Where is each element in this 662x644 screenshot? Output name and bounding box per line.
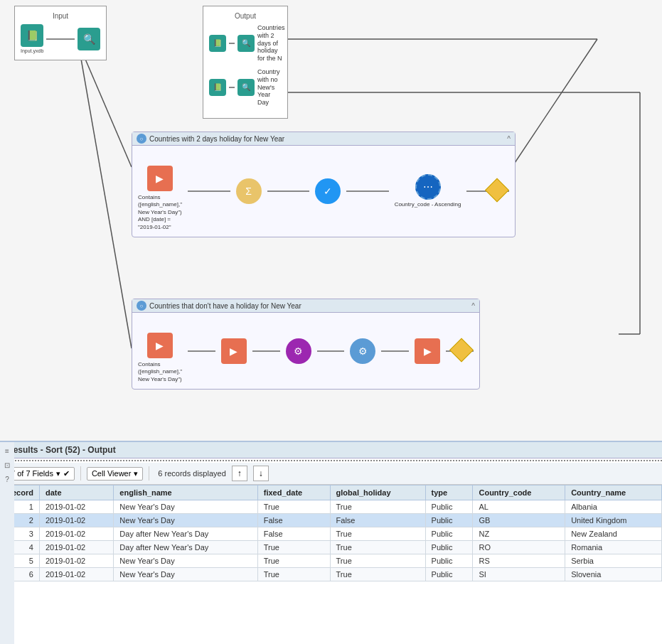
- table-row[interactable]: 42019-01-02Day after New Year's DayTrueT…: [1, 541, 662, 554]
- sidebar-icon-question[interactable]: ?: [1, 473, 13, 485]
- wf1-diamond-outer: [485, 178, 509, 202]
- cell-date: 2019-01-02: [39, 554, 113, 568]
- cell-Country_code: RS: [473, 554, 565, 568]
- workflow1-nodes: ▶ Contains ([english_name]," New Year's …: [138, 151, 509, 231]
- cell-english_name: New Year's Day: [114, 554, 257, 568]
- input-browse-wrap[interactable]: 🔍: [78, 28, 100, 50]
- workflow2-toggle[interactable]: ○: [137, 301, 146, 311]
- wf1-join-wrap: ✓: [315, 178, 341, 204]
- output-title: Output: [209, 12, 282, 20]
- cell-fixed_date: True: [257, 568, 330, 581]
- canvas-area: Input 📗 Input.yxdb 🔍 Output 📗 🔍 Countrie…: [0, 0, 662, 441]
- wf1-select-icon[interactable]: ⋯: [415, 174, 441, 200]
- fields-label: 7 of 7 Fields: [11, 469, 53, 478]
- data-table: Record date english_name fixed_date glob…: [0, 485, 662, 581]
- workflow2-collapse[interactable]: ^: [471, 302, 475, 310]
- wf2-join-icon[interactable]: ⚙: [350, 338, 375, 364]
- workflow2-header: ○ Countries that don't have a holiday fo…: [132, 299, 479, 313]
- cell-Country_code: AL: [473, 500, 565, 514]
- wf2-sort-icon[interactable]: ▶: [221, 338, 247, 364]
- wf1-sum-icon[interactable]: Σ: [236, 178, 262, 204]
- workflow2-container: ○ Countries that don't have a holiday fo…: [132, 299, 480, 390]
- wf2-sample-icon[interactable]: ⚙: [286, 338, 311, 364]
- output-book-1[interactable]: 📗: [209, 35, 226, 52]
- cell-date: 2019-01-02: [39, 500, 113, 514]
- output-label-1: Countries with 2 days of holiday for the…: [257, 24, 285, 63]
- wf2-diamond-area: [449, 338, 474, 364]
- input-title: Input: [21, 12, 100, 20]
- cell-type: Public: [425, 514, 473, 527]
- cell-Country_name: Romania: [565, 541, 662, 554]
- cell-Country_name: Serbia: [565, 554, 662, 568]
- workflow2-nodes: ▶ Contains ([english_name]," New Year's …: [138, 318, 474, 383]
- table-row[interactable]: 52019-01-02New Year's DayTrueTruePublicR…: [1, 554, 662, 568]
- workflow1-title: Countries with 2 days holiday for New Ye…: [149, 135, 284, 143]
- cell-global_holiday: False: [330, 514, 425, 527]
- wf2-join-wrap: ⚙: [350, 338, 375, 364]
- col-country-name: Country_name: [565, 485, 662, 500]
- sidebar-icon-table[interactable]: ≡: [1, 445, 13, 456]
- cell-Country_name: Albania: [565, 500, 662, 514]
- cell-date: 2019-01-02: [39, 568, 113, 581]
- svg-line-2: [512, 39, 597, 167]
- wf1-join-icon[interactable]: ✓: [315, 178, 341, 204]
- wf1-diamond[interactable]: [485, 178, 509, 202]
- input-browse-icon[interactable]: 🔍: [78, 28, 100, 50]
- col-fixed-date: fixed_date: [257, 485, 330, 500]
- cell-english_name: Day after New Year's Day: [114, 541, 257, 554]
- cell-english_name: New Year's Day: [114, 500, 257, 514]
- table-row[interactable]: 12019-01-02New Year's DayTrueTruePublicA…: [1, 500, 662, 514]
- results-main: Results - Sort (52) - Output 7 of 7 Fiel…: [0, 442, 662, 581]
- cell-fixed_date: True: [257, 554, 330, 568]
- cell-global_holiday: True: [330, 541, 425, 554]
- table-row[interactable]: 22019-01-02New Year's DayFalseFalsePubli…: [1, 514, 662, 527]
- wf2-conn2: [252, 350, 280, 352]
- wf2-diamond[interactable]: [449, 338, 474, 362]
- wf1-filter-annotation: Contains ([english_name]," New Year's Da…: [138, 194, 182, 231]
- wf2-diamond-outer: [449, 338, 474, 362]
- input-book-wrap[interactable]: 📗 Input.yxdb: [21, 24, 43, 54]
- output-label-2: Country with no New's Year Day: [257, 68, 282, 107]
- sidebar-icon-filter[interactable]: ⊡: [1, 459, 13, 471]
- input-book-icon[interactable]: 📗: [21, 24, 43, 47]
- conn1: [229, 43, 235, 44]
- cell-date: 2019-01-02: [39, 514, 113, 527]
- fields-down-icon: ▾: [56, 469, 60, 478]
- cell-type: Public: [425, 568, 473, 581]
- table-body: 12019-01-02New Year's DayTrueTruePublicA…: [1, 500, 662, 581]
- cell-date: 2019-01-02: [39, 527, 113, 541]
- nav-up-button[interactable]: ↑: [232, 466, 247, 481]
- nav-down-button[interactable]: ↓: [253, 466, 269, 481]
- conn2: [229, 87, 235, 88]
- wf2-conn3: [317, 350, 345, 352]
- records-count: 6 records displayed: [158, 469, 225, 478]
- input-node-row: 📗 Input.yxdb 🔍: [21, 24, 100, 54]
- output-item-1: 📗 🔍 Countries with 2 days of holiday for…: [209, 24, 282, 63]
- workflow1-toggle[interactable]: ○: [137, 134, 146, 144]
- workflow1-body: ▶ Contains ([english_name]," New Year's …: [132, 146, 515, 237]
- workflow1-collapse[interactable]: ^: [507, 135, 511, 143]
- wf1-filter-icon[interactable]: ▶: [147, 166, 173, 191]
- svg-line-0: [78, 43, 132, 167]
- svg-line-1: [78, 43, 132, 348]
- wf2-sum-icon[interactable]: ▶: [415, 338, 440, 364]
- output-browse-2[interactable]: 🔍: [237, 79, 255, 96]
- col-english-name: english_name: [114, 485, 257, 500]
- cell-date: 2019-01-02: [39, 541, 113, 554]
- table-row[interactable]: 32019-01-02Day after New Year's DayFalse…: [1, 527, 662, 541]
- col-country-code: Country_code: [473, 485, 565, 500]
- wf1-filter-area: ▶ Contains ([english_name]," New Year's …: [138, 166, 182, 231]
- fields-button[interactable]: 7 of 7 Fields ▾ ✔: [6, 467, 75, 481]
- cell-Country_name: United Kingdom: [565, 514, 662, 527]
- toolbar-sep1: [80, 466, 81, 481]
- output-book-2[interactable]: 📗: [209, 79, 226, 96]
- cell-viewer-button[interactable]: Cell Viewer ▾: [87, 467, 143, 481]
- viewer-label: Cell Viewer: [92, 469, 131, 478]
- table-row[interactable]: 62019-01-02New Year's DayTrueTruePublicS…: [1, 568, 662, 581]
- wf2-filter-icon[interactable]: ▶: [147, 333, 173, 358]
- output-browse-1[interactable]: 🔍: [237, 35, 255, 52]
- cell-type: Public: [425, 554, 473, 568]
- wf2-sort-wrap: ▶: [221, 338, 247, 364]
- input-container: Input 📗 Input.yxdb 🔍: [14, 6, 107, 60]
- results-panel: ≡ ⊡ ? Results - Sort (52) - Output 7 of …: [0, 441, 662, 644]
